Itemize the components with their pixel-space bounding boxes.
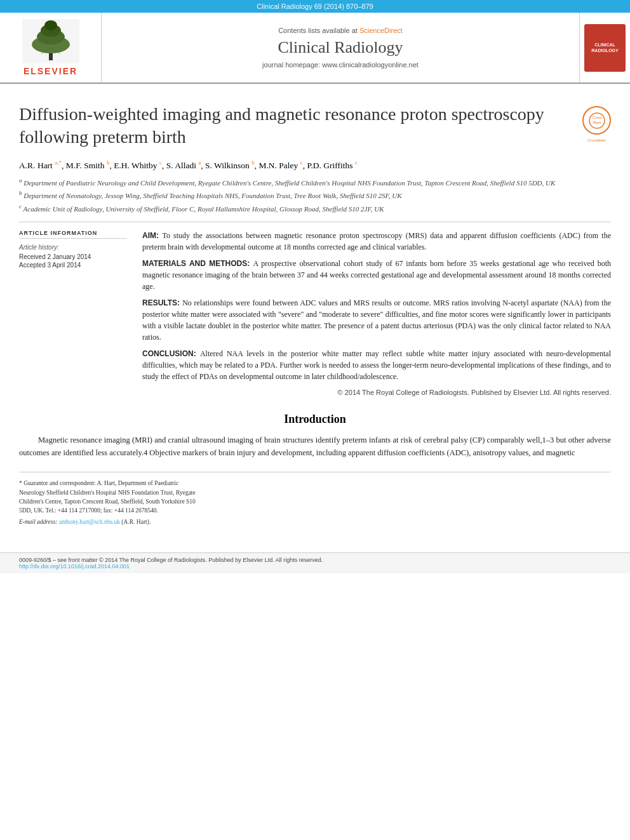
elsevier-tree-icon <box>22 19 79 63</box>
bottom-bar: 0009-9260/$ – see front matter © 2014 Th… <box>0 552 630 573</box>
journal-name-heading: Clinical Radiology <box>278 38 403 57</box>
affiliations-block: a Department of Paediatric Neurology and… <box>19 177 611 213</box>
email-suffix: (A.R. Hart). <box>121 519 151 525</box>
crossmark-label: CrossMark <box>587 138 606 142</box>
svg-text:Mark: Mark <box>593 121 601 124</box>
journal-logo-area: CLINICALRADIOLOGY <box>579 13 630 83</box>
affil-sup-b: b <box>19 190 22 196</box>
journal-header: ELSEVIER Contents lists available at Sci… <box>0 13 630 84</box>
elsevier-logo-area: ELSEVIER <box>0 13 102 83</box>
aim-text: To study the associations between magnet… <box>142 231 611 251</box>
crossmark-svg: Cross Mark <box>588 112 606 130</box>
authors-line: A.R. Hart a,*, M.F. Smith b, E.H. Whitby… <box>19 159 611 171</box>
elsevier-logo: ELSEVIER <box>22 19 79 76</box>
article-info-heading: ARTICLE INFORMATION <box>19 230 127 239</box>
results-label: RESULTS: <box>142 298 182 307</box>
abstract-materials: MATERIALS AND METHODS: A prospective obs… <box>142 258 611 292</box>
email-line: E-mail address: anthony.hart@sch.nhs.uk … <box>19 517 197 526</box>
materials-label: MATERIALS AND METHODS: <box>142 259 253 268</box>
journal-logo: CLINICALRADIOLOGY <box>584 24 626 72</box>
section-divider-1 <box>19 222 611 222</box>
affiliation-c: c Academic Unit of Radiology, University… <box>19 203 611 214</box>
title-section: Diffusion-weighted imaging and magnetic … <box>19 103 611 149</box>
email-link[interactable]: anthony.hart@sch.nhs.uk <box>59 519 120 525</box>
affil-c2: c <box>300 159 303 166</box>
copyright-line: © 2014 The Royal College of Radiologists… <box>142 387 611 398</box>
abstract-results: RESULTS: No relationships were found bet… <box>142 297 611 343</box>
footnote-guarantor: * Guarantor and correspondent: A. Hart, … <box>19 479 197 526</box>
footnote-section: * Guarantor and correspondent: A. Hart, … <box>19 472 611 526</box>
abstract-section: ARTICLE INFORMATION Article history: Rec… <box>19 230 611 398</box>
conclusion-text: Altered NAA levels in the posterior whit… <box>142 349 611 381</box>
svg-text:Cross: Cross <box>592 116 602 119</box>
received-date: Received 2 January 2014 <box>19 253 127 260</box>
journal-homepage: journal homepage: www.clinicalradiologyo… <box>262 61 419 69</box>
sciencedirect-line: Contents lists available at ScienceDirec… <box>278 27 403 34</box>
guarantor-text: * Guarantor and correspondent: A. Hart, … <box>19 479 197 515</box>
affil-a2: a <box>198 159 201 166</box>
conclusion-label: CONCLUSION: <box>142 349 200 358</box>
crossmark-badge[interactable]: Cross Mark CrossMark <box>582 106 611 135</box>
article-title: Diffusion-weighted imaging and magnetic … <box>19 103 570 149</box>
affiliation-b: b Department of Neonatology, Jessop Wing… <box>19 189 611 201</box>
doi-link[interactable]: http://dx.doi.org/10.1016/j.crad.2014.04… <box>19 563 130 570</box>
footnote-columns: * Guarantor and correspondent: A. Hart, … <box>19 479 611 526</box>
accepted-date: Accepted 3 April 2014 <box>19 262 127 269</box>
article-history-label: Article history: <box>19 244 127 251</box>
journal-title-area: Contents lists available at ScienceDirec… <box>102 13 579 83</box>
affiliation-a: a Department of Paediatric Neurology and… <box>19 177 611 188</box>
affil-c1: c <box>159 159 162 166</box>
affil-b2: b <box>251 159 255 166</box>
aim-label: AIM: <box>142 231 162 240</box>
journal-citation-bar: Clinical Radiology 69 (2014) 870–879 <box>0 0 630 13</box>
crossmark-icon: Cross Mark CrossMark <box>582 106 611 135</box>
issn-line: 0009-9260/$ – see front matter © 2014 Th… <box>19 557 611 563</box>
abstract-conclusion: CONCLUSION: Altered NAA levels in the po… <box>142 348 611 382</box>
abstract-column: AIM: To study the associations between m… <box>142 230 611 398</box>
affil-sup-c: c <box>19 203 22 210</box>
article-info-column: ARTICLE INFORMATION Article history: Rec… <box>19 230 127 398</box>
sciencedirect-link[interactable]: ScienceDirect <box>359 27 403 34</box>
affil-b1: b <box>107 159 110 166</box>
results-text: No relationships were found between ADC … <box>142 298 611 342</box>
introduction-paragraph: Magnetic resonance imaging (MRI) and cra… <box>19 434 611 459</box>
affil-c3: c <box>355 159 358 166</box>
abstract-aim: AIM: To study the associations between m… <box>142 230 611 253</box>
journal-citation: Clinical Radiology 69 (2014) 870–879 <box>257 3 373 10</box>
svg-point-5 <box>44 20 57 30</box>
elsevier-wordmark: ELSEVIER <box>23 66 77 76</box>
main-content: Diffusion-weighted imaging and magnetic … <box>0 84 630 540</box>
journal-logo-text: CLINICALRADIOLOGY <box>591 42 618 53</box>
affil-a: a,* <box>55 159 62 166</box>
introduction-heading: Introduction <box>19 413 611 426</box>
email-label: E-mail address: <box>19 519 58 525</box>
affil-sup-a: a <box>19 177 22 183</box>
